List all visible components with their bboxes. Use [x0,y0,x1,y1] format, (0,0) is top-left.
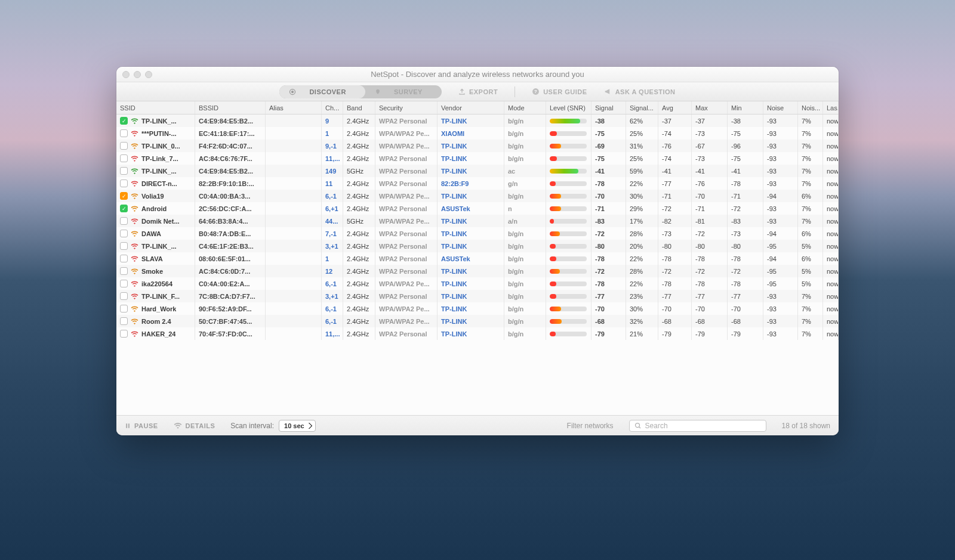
user-guide-button[interactable]: ? USER GUIDE [532,88,587,95]
scan-interval-select[interactable]: 10 sec [279,420,316,432]
table-row[interactable]: DIRECT-n...82:2B:F9:10:1B:...112.4GHzWPA… [116,177,839,190]
row-checkbox[interactable] [120,154,128,162]
minimize-traffic-light[interactable] [134,71,141,78]
wifi-icon [131,293,138,299]
alias-cell[interactable] [266,302,322,315]
table-row[interactable]: HAKER_2470:4F:57:FD:0C...11,...2.4GHzWPA… [116,327,839,340]
export-button[interactable]: EXPORT [458,88,498,95]
alias-cell[interactable] [266,152,322,165]
channel-text: 7,-1 [325,230,337,237]
alias-cell[interactable] [266,290,322,302]
alias-cell[interactable] [266,177,322,190]
row-checkbox[interactable] [120,217,128,225]
col-alias[interactable]: Alias [266,101,322,114]
row-checkbox[interactable] [120,242,128,250]
alias-cell[interactable] [266,277,322,290]
alias-cell[interactable] [266,227,322,240]
table-row[interactable]: ✓TP-LINK_...C4:E9:84:E5:B2...92.4GHzWPA2… [116,115,839,127]
signal-text: -38 [595,117,605,125]
row-checkbox[interactable] [120,305,128,313]
col-last[interactable]: Las... [823,101,839,114]
row-checkbox[interactable] [120,167,128,175]
details-button[interactable]: DETAILS [174,422,215,429]
col-level[interactable]: Level (SNR) [546,101,592,114]
col-max[interactable]: Max [692,101,728,114]
noise-text: -93 [767,168,777,175]
table-row[interactable]: Hard_Work90:F6:52:A9:DF...6,-12.4GHzWPA/… [116,302,839,315]
col-avg[interactable]: Avg [658,101,692,114]
col-noise[interactable]: Noise [763,101,798,114]
discover-tab[interactable]: DISCOVER [279,85,365,98]
survey-tab[interactable]: SURVEY [365,85,442,98]
table-row[interactable]: TP-Link_7...AC:84:C6:76:7F...11,...2.4GH… [116,152,839,165]
signal-text: -68 [595,318,605,325]
search-input[interactable]: Search [629,420,766,432]
row-checkbox[interactable] [120,317,128,325]
table-row[interactable]: ✓Android2C:56:DC:CF:A...6,+12.4GHzWPA2 P… [116,202,839,215]
alias-cell[interactable] [266,315,322,327]
row-checkbox[interactable] [120,142,128,150]
channel-text: 11,... [325,330,340,338]
col-mode[interactable]: Mode [504,101,546,114]
noise-pct-text: 7% [802,205,811,212]
col-noise-pct[interactable]: Nois... [798,101,823,114]
close-traffic-light[interactable] [122,71,130,78]
col-security[interactable]: Security [375,101,438,114]
alias-cell[interactable] [266,140,322,152]
alias-cell[interactable] [266,127,322,140]
alias-cell[interactable] [266,252,322,265]
row-checkbox[interactable] [120,280,128,287]
table-row[interactable]: ✓Volia19C0:4A:00:BA:3...6,-12.4GHzWPA/WP… [116,190,839,202]
table-row[interactable]: DAWAB0:48:7A:DB:E...7,-12.4GHzWPA2 Perso… [116,227,839,240]
alias-cell[interactable] [266,115,322,127]
row-checkbox[interactable]: ✓ [120,192,128,200]
pause-button[interactable]: PAUSE [125,422,158,429]
table-row[interactable]: TP-LINK_F...7C:8B:CA:D7:F7...3,+12.4GHzW… [116,290,839,302]
col-min[interactable]: Min [728,101,763,114]
col-vendor[interactable]: Vendor [438,101,504,114]
alias-cell[interactable] [266,240,322,252]
table-row[interactable]: TP-LINK_...C4:E9:84:E5:B2...1495GHzWPA2 … [116,165,839,177]
row-checkbox[interactable] [120,330,128,338]
row-checkbox[interactable]: ✓ [120,205,128,212]
alias-cell[interactable] [266,165,322,177]
row-checkbox[interactable] [120,255,128,262]
table-row[interactable]: TP-LINK_0...F4:F2:6D:4C:07...9,-12.4GHzW… [116,140,839,152]
min-text: -38 [731,117,741,125]
avg-text: -41 [662,168,671,175]
row-checkbox[interactable] [120,267,128,275]
row-checkbox[interactable] [120,129,128,137]
col-signal[interactable]: Signal [592,101,626,114]
table-row[interactable]: TP-LINK_...C4:6E:1F:2E:B3...3,+12.4GHzWP… [116,240,839,252]
ask-question-button[interactable]: ASK A QUESTION [604,88,676,95]
table-row[interactable]: SmokeAC:84:C6:0D:7...122.4GHzWPA2 Person… [116,265,839,277]
alias-cell[interactable] [266,265,322,277]
noise-text: -93 [767,318,777,325]
col-band[interactable]: Band [343,101,375,114]
col-bssid[interactable]: BSSID [195,101,266,114]
signal-text: -75 [595,155,605,162]
col-signal-pct[interactable]: Signal... [626,101,658,114]
table-row[interactable]: ***PUTIN-...EC:41:18:EF:17:...12.4GHzWPA… [116,127,839,140]
alias-cell[interactable] [266,190,322,202]
row-checkbox[interactable] [120,180,128,187]
svg-rect-4 [126,423,127,428]
col-channel[interactable]: Ch... [322,101,343,114]
row-checkbox[interactable] [120,230,128,237]
vendor-text: TP-LINK [441,293,467,300]
alias-cell[interactable] [266,215,322,227]
alias-cell[interactable] [266,327,322,340]
alias-cell[interactable] [266,202,322,215]
row-checkbox[interactable]: ✓ [120,117,128,125]
svg-line-7 [639,426,640,428]
zoom-traffic-light[interactable] [145,71,152,78]
table-row[interactable]: Room 2.450:C7:BF:47:45...6,-12.4GHzWPA/W… [116,315,839,327]
table-row[interactable]: SLAVA08:60:6E:5F:01...12.4GHzWPA2 Person… [116,252,839,265]
row-checkbox[interactable] [120,292,128,300]
table-row[interactable]: Domik Net...64:66:B3:8A:4...44...5GHzWPA… [116,215,839,227]
table-row[interactable]: ika220564C0:4A:00:E2:A...6,-12.4GHzWPA/W… [116,277,839,290]
export-icon [458,88,466,95]
max-text: -77 [695,293,705,300]
signal-text: -78 [595,180,605,187]
col-ssid[interactable]: SSID [116,101,195,114]
